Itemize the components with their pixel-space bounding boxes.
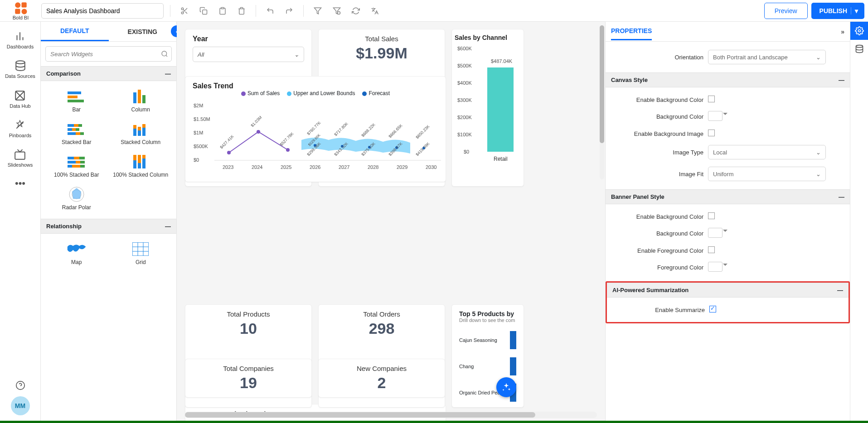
svg-text:$600K: $600K: [457, 46, 472, 51]
expand-icon[interactable]: »: [841, 28, 844, 35]
category-comparison[interactable]: Comparison —: [41, 66, 176, 81]
svg-text:$500K: $500K: [457, 63, 472, 68]
svg-point-116: [856, 45, 863, 48]
svg-point-17: [16, 61, 25, 64]
delete-button[interactable]: [234, 3, 249, 19]
properties-side-rail: [850, 22, 868, 421]
widget-stacked-bar[interactable]: Stacked Bar: [46, 122, 107, 145]
chevron-down-icon: ⌄: [294, 51, 299, 58]
card-title: Top 5 Products by: [459, 310, 516, 317]
card-subtitle: Drill down to see the com: [459, 317, 516, 323]
settings-tab-button[interactable]: [850, 22, 868, 40]
properties-tab[interactable]: PROPERTIES: [611, 27, 652, 40]
canvas-vertical-scrollbar[interactable]: [600, 25, 604, 179]
svg-text:2030: 2030: [426, 164, 436, 170]
svg-rect-32: [74, 124, 78, 127]
prop-label: Background Color: [613, 113, 703, 120]
sales-by-channel-card[interactable]: Sales by Channel $600K $500K $400K $300K…: [451, 29, 524, 187]
svg-rect-33: [78, 124, 82, 127]
svg-text:$100K: $100K: [457, 132, 472, 137]
category-label: Comparison: [46, 70, 81, 77]
total-companies-card[interactable]: Total Companies19: [185, 359, 312, 398]
widget-100-stacked-bar[interactable]: 100% Stacked Bar: [46, 154, 107, 178]
banner-bg-color-checkbox[interactable]: [708, 212, 715, 219]
hub-icon: [14, 89, 26, 101]
widget-radar-polar[interactable]: Radar Polar: [46, 187, 107, 211]
widget-stacked-column[interactable]: Stacked Column: [111, 122, 171, 145]
svg-text:$1.50M: $1.50M: [194, 116, 210, 122]
prop-label: Enable Background Color: [613, 96, 703, 103]
widget-100-stacked-column[interactable]: 100% Stacked Column: [111, 154, 171, 178]
orientation-row: Orientation Both Portrait and Landscape⌄: [613, 46, 843, 68]
svg-rect-60: [142, 155, 145, 159]
widget-map[interactable]: Map: [46, 242, 107, 265]
sales-trend-card[interactable]: Sales Trend Sum of Sales Upper and Lower…: [185, 76, 446, 182]
refresh-button[interactable]: [348, 3, 364, 19]
more-icon: •••: [15, 178, 25, 189]
publish-button[interactable]: PUBLISH▾: [811, 3, 864, 19]
bg-color-swatch[interactable]: [708, 111, 723, 121]
ai-assist-fab[interactable]: [496, 377, 516, 397]
svg-rect-38: [76, 132, 80, 135]
data-tab-button[interactable]: [850, 40, 868, 58]
svg-text:$650.23K: $650.23K: [415, 124, 430, 139]
svg-rect-42: [138, 130, 141, 136]
new-companies-card[interactable]: New Companies2: [318, 359, 445, 398]
svg-text:$760.77K: $760.77K: [306, 120, 321, 136]
svg-rect-1: [21, 2, 26, 7]
widget-search-input[interactable]: [45, 46, 172, 62]
tab-default[interactable]: DEFAULT: [41, 22, 109, 41]
help-button[interactable]: [15, 379, 25, 391]
dashboard-title-input[interactable]: [41, 3, 164, 19]
category-label: Relationship: [46, 223, 82, 230]
nav-data-sources[interactable]: Data Sources: [5, 59, 35, 79]
enable-summarize-checkbox[interactable]: [709, 306, 716, 312]
section-canvas-style[interactable]: Canvas Style—: [606, 72, 850, 87]
svg-text:$1M: $1M: [194, 130, 203, 135]
paste-button[interactable]: [215, 3, 230, 19]
banner-fg-color-checkbox[interactable]: [708, 246, 715, 253]
nav-pinboards[interactable]: Pinboards: [9, 119, 32, 138]
filter-button[interactable]: [310, 3, 325, 19]
copy-button[interactable]: [196, 3, 211, 19]
preview-button[interactable]: Preview: [764, 3, 808, 19]
category-relationship[interactable]: Relationship —: [41, 219, 176, 234]
minus-icon: —: [165, 223, 171, 230]
svg-text:$2M: $2M: [194, 103, 203, 108]
dashboard-canvas: Year All⌄ Total Sales $1.99M Sales by Ch…: [177, 22, 605, 421]
undo-button[interactable]: [262, 3, 278, 19]
section-banner-style[interactable]: Banner Panel Style—: [606, 189, 850, 204]
svg-line-7: [185, 11, 187, 13]
orientation-select[interactable]: Both Portrait and Landscape⌄: [708, 50, 826, 64]
canvas-horizontal-scrollbar[interactable]: [185, 412, 597, 418]
widget-bar[interactable]: Bar: [46, 89, 107, 113]
nav-dashboards[interactable]: Dashboards: [7, 30, 34, 49]
nav-data-hub[interactable]: Data Hub: [10, 89, 30, 108]
svg-rect-2: [15, 9, 20, 14]
svg-point-85: [227, 151, 231, 154]
prop-label: Enable Foreground Color: [613, 247, 703, 254]
image-fit-select[interactable]: Uniform⌄: [708, 167, 826, 181]
enable-bg-color-checkbox[interactable]: [708, 96, 715, 102]
translate-button[interactable]: [367, 3, 383, 19]
prop-label: Orientation: [613, 54, 703, 61]
user-avatar[interactable]: MM: [11, 396, 30, 415]
prop-label: Enable Background Image: [613, 130, 703, 137]
redo-button[interactable]: [281, 3, 297, 19]
svg-text:$0: $0: [194, 157, 199, 163]
cut-button[interactable]: [177, 3, 192, 19]
year-dropdown[interactable]: All⌄: [193, 47, 304, 62]
nav-slideshows[interactable]: Slideshows: [8, 148, 33, 168]
section-ai-summarization[interactable]: AI-Powered Summarization—: [607, 283, 849, 298]
image-type-select[interactable]: Local⌄: [708, 145, 826, 159]
tab-existing[interactable]: EXISTING: [109, 22, 177, 41]
filter-settings-button[interactable]: [329, 3, 344, 19]
banner-fg-swatch[interactable]: [708, 262, 723, 272]
svg-rect-36: [76, 128, 79, 131]
widget-column[interactable]: Column: [111, 89, 171, 113]
widget-grid[interactable]: Grid: [111, 242, 171, 265]
svg-text:$527.78K: $527.78K: [279, 131, 294, 147]
nav-more[interactable]: •••: [15, 178, 25, 189]
banner-bg-swatch[interactable]: [708, 228, 723, 238]
enable-bg-image-checkbox[interactable]: [708, 130, 715, 136]
